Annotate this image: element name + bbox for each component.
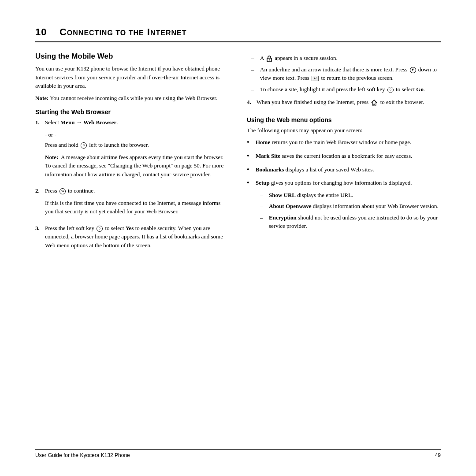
ok-icon: ok <box>60 188 66 194</box>
section-title-mobile-web: Using the Mobile Web <box>35 52 229 61</box>
dash-sym-1: – <box>251 54 257 63</box>
step-1-num: 1. <box>35 118 42 182</box>
step-4-content: When you have finished using the Interne… <box>257 98 441 110</box>
bullet-dot-1: • <box>247 138 252 147</box>
bullet-home: • Home returns you to the main Web Brows… <box>247 138 441 147</box>
bullet-bookmarks: • Bookmarks displays a list of your save… <box>247 165 441 175</box>
step-2: 2. Press ok to continue. If this is the … <box>35 186 229 219</box>
note-label: Note: <box>35 95 48 101</box>
dash-sym-6: – <box>260 213 265 231</box>
step-4-list: 4. When you have finished using the Inte… <box>247 98 441 110</box>
page: 10 CONNECTING TO THE INTERNET Using the … <box>0 0 476 476</box>
dash-item-lock: – A appears in a secure session. <box>247 54 441 63</box>
steps-list: 1. Select Menu → Web Browser. - or - Pre… <box>35 118 229 253</box>
soft-key-icon-2: ○ <box>387 87 394 93</box>
step-2-main: Press ok to continue. <box>45 186 229 195</box>
bullet-mark-site: • Mark Site saves the current location a… <box>247 152 441 161</box>
right-column: – A appears in a secure session. – <box>247 52 441 257</box>
step-1-main: Select Menu → Web Browser. <box>45 118 229 127</box>
svg-point-1 <box>269 60 270 60</box>
dash-item-underline: – An underline and an arrow indicate tha… <box>247 65 441 82</box>
subsection-title-web-menu: Using the Web menu options <box>247 116 441 123</box>
step-4-num: 4. <box>247 98 254 110</box>
step-3: 3. Press the left soft key ○ to select Y… <box>35 224 229 253</box>
step-1: 1. Select Menu → Web Browser. - or - Pre… <box>35 118 229 182</box>
chapter-title: CONNECTING TO THE INTERNET <box>60 26 187 37</box>
bullet-dot-2: • <box>247 152 252 161</box>
subsection-title-starting: Starting the Web Browser <box>35 108 229 115</box>
web-menu-intro: The following options may appear on your… <box>247 126 441 135</box>
bullet-setup-text: Setup gives you options for changing how… <box>256 178 441 187</box>
nav-icon: ○ <box>81 142 87 149</box>
footer-right: 49 <box>435 452 441 458</box>
sub-about-openwave-text: About Openwave displays information abou… <box>269 202 439 211</box>
dash-item-choose: – To choose a site, highlight it and pre… <box>247 85 441 94</box>
note-text: You cannot receive incoming calls while … <box>50 95 217 101</box>
home-icon <box>371 99 378 106</box>
footer-left: User Guide for the Kyocera K132 Phone <box>35 452 130 458</box>
step-3-main: Press the left soft key ○ to select Yes … <box>45 224 229 250</box>
dash-item-choose-text: To choose a site, highlight it and press… <box>260 85 425 94</box>
step-2-content: Press ok to continue. If this is the fir… <box>45 186 229 219</box>
bullet-dot-3: • <box>247 165 252 175</box>
sub-show-url-text: Show URL displays the entire URL. <box>269 191 353 200</box>
bullet-bookmarks-text: Bookmarks displays a list of your saved … <box>256 165 374 175</box>
step-1-note-label: Note: <box>45 154 58 160</box>
dash-sym-3: – <box>251 85 257 94</box>
bullet-dot-4: • <box>247 178 252 233</box>
dash-list-continued: – A appears in a secure session. – <box>247 54 441 93</box>
left-column: Using the Mobile Web You can use your K1… <box>35 52 229 257</box>
intro-paragraph: You can use your K132 phone to browse th… <box>35 64 229 90</box>
setup-sub-list: – Show URL displays the entire URL. – Ab… <box>256 191 441 231</box>
step-3-num: 3. <box>35 224 42 253</box>
nav-down-icon: ▼ <box>410 67 416 73</box>
step-3-content: Press the left soft key ○ to select Yes … <box>45 224 229 253</box>
content-columns: Using the Mobile Web You can use your K1… <box>35 52 441 257</box>
bullet-home-text: Home returns you to the main Web Browser… <box>256 138 411 147</box>
step-1-note: Note: A message about airtime fees appea… <box>45 153 229 179</box>
chapter-number: 10 <box>35 26 47 37</box>
step-2-num: 2. <box>35 186 42 219</box>
sub-about-openwave: – About Openwave displays information ab… <box>256 202 441 211</box>
soft-key-icon: ○ <box>97 226 103 232</box>
note-paragraph: Note: You cannot receive incoming calls … <box>35 94 229 103</box>
bullet-setup-content: Setup gives you options for changing how… <box>256 178 441 233</box>
step-1-or-text: Press and hold ○ left to launch the brow… <box>45 141 229 149</box>
dash-item-underline-text: An underline and an arrow indicate that … <box>260 65 441 82</box>
dash-item-lock-text: A appears in a secure session. <box>260 54 338 63</box>
dash-sym-4: – <box>260 191 265 200</box>
chapter-heading: 10 CONNECTING TO THE INTERNET <box>35 26 441 42</box>
step-2-detail: If this is the first time you have conne… <box>45 199 229 216</box>
sub-encryption-text: Encryption should not be used unless you… <box>269 213 441 231</box>
step-4-text: When you have finished using the Interne… <box>257 98 441 107</box>
lock-icon <box>266 55 272 62</box>
dash-sym-5: – <box>260 202 265 211</box>
sub-encryption: – Encryption should not be used unless y… <box>256 213 441 231</box>
step-1-or: - or - <box>45 130 229 139</box>
step-4: 4. When you have finished using the Inte… <box>247 98 441 110</box>
bullet-setup: • Setup gives you options for changing h… <box>247 178 441 233</box>
back-icon: ↩ <box>312 76 319 81</box>
web-menu-bullets: • Home returns you to the main Web Brows… <box>247 138 441 233</box>
footer: User Guide for the Kyocera K132 Phone 49 <box>35 449 441 458</box>
bullet-mark-site-text: Mark Site saves the current location as … <box>256 152 412 161</box>
dash-sym-2: – <box>251 65 257 82</box>
step-1-content: Select Menu → Web Browser. - or - Press … <box>45 118 229 182</box>
sub-show-url: – Show URL displays the entire URL. <box>256 191 441 200</box>
